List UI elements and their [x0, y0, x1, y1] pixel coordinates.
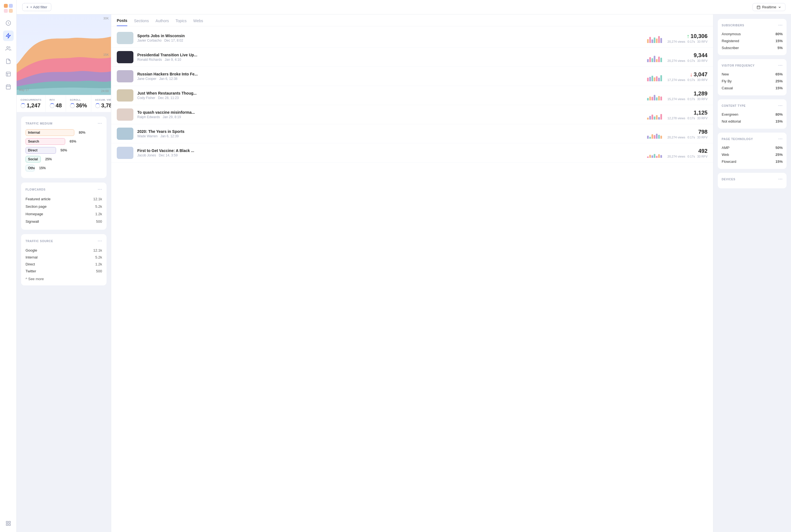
post-title: Russian Hackers Broke Into Fe...	[137, 72, 643, 76]
post-views-main: 492	[668, 148, 708, 154]
sidebar-item-users[interactable]	[3, 43, 14, 54]
devices-menu[interactable]: ···	[778, 177, 783, 182]
r-label: Subscriber	[722, 46, 739, 50]
r-label: New	[722, 72, 729, 76]
mini-bar	[654, 154, 655, 158]
post-item[interactable]: Russian Hackers Broke Into Fe... Jane Co…	[111, 67, 713, 86]
post-sub-views: 20,274 views	[668, 136, 685, 139]
source-val: 12.1k	[93, 248, 102, 252]
tab-authors[interactable]: Authors	[156, 19, 169, 26]
post-info: Just When Restaurants Thoug... Cody Fish…	[137, 91, 643, 100]
post-item[interactable]: First to Get Vaccine: A Black ... Jacob …	[111, 144, 713, 163]
stat-accum-views: ACCUM. VIEWS 3,782K	[91, 95, 111, 112]
post-chart	[647, 52, 664, 62]
source-item: Google12.1k	[25, 247, 102, 254]
mini-bar	[652, 115, 653, 119]
traffic-pct: 25%	[43, 157, 52, 161]
svg-rect-0	[4, 4, 8, 8]
source-item: Twitter500	[25, 268, 102, 274]
flow-val: 5.2k	[95, 205, 102, 209]
post-rfv: 33 RFV	[697, 155, 708, 158]
traffic-label: Social	[28, 157, 38, 161]
flow-label: Homepage	[25, 212, 43, 216]
flow-val: 500	[96, 220, 102, 224]
content-type-menu[interactable]: ···	[778, 103, 783, 108]
post-info: To quash vaccine misinforma... Ralph Edw…	[137, 110, 643, 119]
source-label: Direct	[25, 262, 35, 266]
post-chart	[647, 91, 664, 100]
svg-rect-14	[6, 524, 8, 526]
see-more-button[interactable]: ^ See more	[25, 277, 102, 281]
r-val: 15%	[775, 159, 783, 164]
r-val: 25%	[775, 153, 783, 157]
mini-bar	[652, 76, 653, 81]
post-sub-stats: 20,274 views 0:17s 33 RFV	[668, 40, 708, 43]
mini-bar	[660, 38, 662, 43]
post-item[interactable]: Presidential Transition Live Up... Ronal…	[111, 48, 713, 67]
post-views-main: 1,289	[668, 91, 708, 97]
post-item[interactable]: To quash vaccine misinforma... Ralph Edw…	[111, 105, 713, 124]
subscribers-menu[interactable]: ···	[778, 23, 783, 28]
mini-bar	[649, 116, 651, 119]
traffic-medium-menu[interactable]: ···	[98, 121, 102, 126]
post-item[interactable]: Just When Restaurants Thoug... Cody Fish…	[111, 86, 713, 105]
tab-sections[interactable]: Sections	[134, 19, 149, 26]
r-val: 15%	[775, 39, 783, 43]
mini-bar	[660, 136, 662, 139]
mini-bar	[647, 136, 649, 139]
visitor-frequency-menu[interactable]: ···	[778, 63, 783, 68]
traffic-label: Others	[28, 166, 35, 170]
flowcards-title: FLOWCARDS ···	[25, 187, 102, 192]
mini-bar	[647, 39, 649, 43]
mini-bar	[654, 116, 655, 119]
post-rfv: 33 RFV	[697, 59, 708, 62]
page-technology-menu[interactable]: ···	[778, 136, 783, 141]
mini-bar	[654, 77, 655, 81]
chevron-down-icon	[778, 5, 781, 9]
sidebar-item-analytics[interactable]	[3, 69, 14, 79]
sidebar-item-calendar[interactable]	[3, 81, 14, 92]
traffic-source-menu[interactable]: ···	[98, 239, 102, 244]
svg-point-5	[7, 46, 8, 49]
add-filter-button[interactable]: + + Add filter	[22, 3, 51, 11]
traffic-bars-container: Internal 80% Search 65% Direct 50% Socia…	[25, 129, 102, 171]
tab-webs[interactable]: Webs	[193, 19, 203, 26]
post-time: 0:17s	[688, 116, 695, 120]
post-stats: 1,289 15,274 views 0:17s 33 RFV	[668, 91, 708, 101]
post-stats: 492 20,274 views 0:17s 33 RFV	[668, 148, 708, 158]
post-sub-stats: 12,278 views 0:17s 33 RFV	[668, 116, 708, 120]
mini-bars	[647, 148, 664, 158]
svg-rect-15	[757, 6, 760, 8]
app-logo[interactable]	[3, 3, 13, 13]
post-views-main: 1,125	[668, 110, 708, 116]
chart-label-date: May 17	[19, 88, 29, 92]
post-title: First to Get Vaccine: A Black ...	[137, 148, 643, 153]
source-label: Twitter	[25, 269, 36, 273]
post-rfv: 33 RFV	[697, 40, 708, 43]
svg-rect-1	[9, 4, 13, 8]
add-filter-label: + Add filter	[30, 5, 47, 9]
r-label: Flowcard	[722, 159, 736, 164]
source-val: 1.2k	[95, 262, 102, 266]
post-time: 0:17s	[688, 59, 695, 62]
post-item[interactable]: Sports Jobs in Wisconsin Javier Corbacho…	[111, 28, 713, 48]
post-chart	[647, 148, 664, 158]
devices-card: DEVICES ···	[718, 173, 787, 188]
post-meta: Jacob Jones Dec 14, 3:59	[137, 153, 643, 157]
flowcards-menu[interactable]: ···	[98, 187, 102, 192]
realtime-button[interactable]: Realtime	[752, 3, 786, 11]
r-label: Registered	[722, 39, 739, 43]
sidebar-item-settings[interactable]	[3, 518, 14, 529]
mini-bar	[660, 96, 662, 100]
tab-posts[interactable]: Posts	[117, 18, 127, 26]
sidebar-item-dashboard[interactable]	[3, 18, 14, 28]
svg-rect-3	[9, 9, 13, 13]
mini-bar	[647, 59, 649, 62]
sidebar-item-realtime[interactable]	[3, 31, 14, 41]
sidebar-item-reports[interactable]	[3, 56, 14, 66]
tab-topics[interactable]: Topics	[176, 19, 187, 26]
r-item: Registered15%	[722, 37, 783, 44]
source-item: Internal5.2k	[25, 254, 102, 261]
r-label: Not editorial	[722, 119, 741, 124]
post-item[interactable]: 2020: The Years in Sports Wade Warren Ja…	[111, 124, 713, 144]
